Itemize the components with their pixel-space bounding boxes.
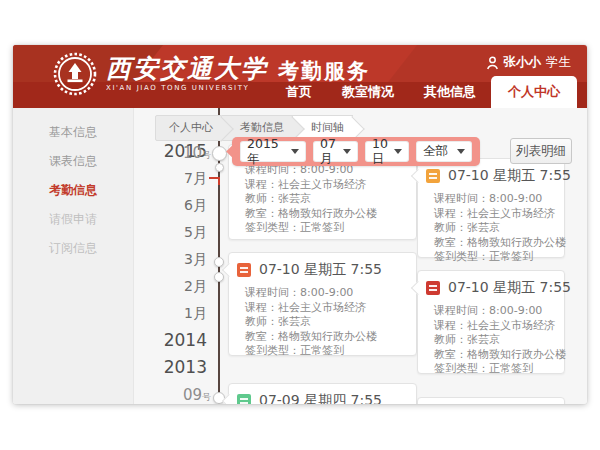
signin-status-stamp-icon	[237, 394, 251, 404]
nav-item-教室情况[interactable]: 教室情况	[327, 78, 409, 108]
timeline-period-7月[interactable]: 7月	[143, 165, 207, 192]
app-header: 西安交通大学 XI'AN JIAO TONG UNIVERSITY 考勤服务 张…	[13, 45, 587, 108]
card-header: 07-10 星期五 7:55	[229, 253, 416, 281]
field-value: 张芸京	[467, 221, 500, 234]
card-field: 课程时间8:00-9:00	[434, 192, 554, 207]
field-label: 课程	[245, 301, 278, 314]
day-select[interactable]: 10日	[365, 141, 409, 162]
university-name-cn: 西安交通大学	[106, 56, 268, 82]
timeline-node[interactable]	[212, 146, 227, 161]
sidebar: 基本信息课表信息考勤信息请假申请订阅信息	[13, 108, 134, 404]
attendance-card	[417, 397, 565, 404]
timeline-period-3月[interactable]: 3月	[143, 246, 207, 273]
card-date-title: 07-10 星期五 7:55	[259, 261, 382, 279]
card-field: 签到类型正常签到	[434, 250, 554, 265]
month-select[interactable]: 07月	[313, 141, 358, 162]
field-value: 8:00-9:00	[489, 192, 542, 205]
timeline-period-2月[interactable]: 2月	[143, 273, 207, 300]
attendance-card: 07-10 星期五 7:55课程时间8:00-9:00课程社会主义市场经济教师张…	[417, 158, 565, 258]
card-field: 课程时间8:00-9:00	[245, 286, 406, 301]
signin-status-stamp-icon	[426, 281, 440, 295]
sidebar-item-考勤信息[interactable]: 考勤信息	[13, 176, 133, 205]
signin-status-stamp-icon	[426, 169, 440, 183]
card-header: 07-10 星期五 7:55	[418, 271, 564, 299]
field-value: 格物致知行政办公楼	[467, 348, 566, 361]
date-filter-bar: 2015年 07月 10日 全部	[232, 137, 480, 166]
timeline-period-1月[interactable]: 1月	[143, 300, 207, 327]
field-value: 社会主义市场经济	[278, 301, 366, 314]
person-icon	[486, 56, 499, 70]
timeline-node[interactable]	[214, 257, 224, 267]
card-field: 教室格物致知行政办公楼	[434, 236, 554, 251]
timeline-period-6月[interactable]: 6月	[143, 192, 207, 219]
field-label: 签到类型	[245, 221, 300, 234]
field-label: 课程	[434, 319, 467, 332]
card-field: 教师张芸京	[245, 315, 406, 330]
sidebar-item-订阅信息[interactable]: 订阅信息	[13, 234, 133, 263]
field-label: 课程时间	[245, 286, 300, 299]
nav-item-个人中心[interactable]: 个人中心	[491, 76, 577, 108]
chevron-down-icon	[394, 149, 402, 154]
card-fields: 课程时间8:00-9:00课程社会主义市场经济教师张芸京教室格物致知行政办公楼签…	[418, 299, 564, 385]
field-label: 教师	[434, 333, 467, 346]
card-field: 教室格物致知行政办公楼	[245, 330, 406, 345]
chevron-down-icon	[291, 149, 299, 154]
attendance-card: 07-10 星期五 7:55课程时间8:00-9:00课程社会主义市场经济教师张…	[417, 270, 565, 374]
type-select[interactable]: 全部	[416, 141, 472, 162]
card-field: 教室格物致知行政办公楼	[245, 207, 406, 222]
card-header: 07-09 星期四 7:55	[229, 384, 416, 404]
nav-item-首页[interactable]: 首页	[271, 78, 327, 108]
timeline-period-2014[interactable]: 2014	[143, 327, 207, 354]
card-date-title: 07-10 星期五 7:55	[448, 279, 571, 297]
list-detail-button[interactable]: 列表明细	[510, 138, 572, 164]
field-value: 张芸京	[467, 333, 500, 346]
nav-item-其他信息[interactable]: 其他信息	[409, 78, 491, 108]
card-fields: 课程时间8:00-9:00课程社会主义市场经济教师张芸京教室格物致知行政办公楼签…	[418, 187, 564, 273]
card-field: 教室格物致知行政办公楼	[434, 348, 554, 363]
field-label: 教室	[245, 330, 278, 343]
field-value: 格物致知行政办公楼	[467, 236, 566, 249]
current-month-marker-icon	[209, 177, 220, 185]
year-select[interactable]: 2015年	[240, 141, 306, 162]
timeline-node[interactable]	[215, 163, 224, 172]
content-area: 基本信息课表信息考勤信息请假申请订阅信息 个人中心考勤信息时间轴 20157月6…	[13, 108, 587, 404]
field-value: 正常签到	[489, 250, 533, 263]
card-field: 教师张芸京	[434, 333, 554, 348]
field-value: 正常签到	[489, 362, 533, 375]
timeline-period-5月[interactable]: 5月	[143, 219, 207, 246]
app-window: 西安交通大学 XI'AN JIAO TONG UNIVERSITY 考勤服务 张…	[13, 45, 587, 404]
card-fields: 课程时间8:00-9:00课程社会主义市场经济教师张芸京教室格物致知行政办公楼签…	[229, 281, 416, 367]
card-field: 教师张芸京	[245, 192, 406, 207]
field-value: 社会主义市场经济	[278, 178, 366, 191]
card-date-title: 07-09 星期四 7:55	[259, 392, 382, 404]
field-label: 签到类型	[245, 344, 300, 357]
field-value: 正常签到	[300, 221, 344, 234]
field-label: 课程	[434, 207, 467, 220]
sidebar-item-基本信息[interactable]: 基本信息	[13, 118, 133, 147]
chevron-down-icon	[457, 149, 465, 154]
card-field: 签到类型正常签到	[245, 221, 406, 236]
sidebar-item-请假申请[interactable]: 请假申请	[13, 205, 133, 234]
field-value: 格物致知行政办公楼	[278, 330, 377, 343]
main-nav: 首页教室情况其他信息个人中心	[271, 76, 577, 108]
card-date-title: 07-10 星期五 7:55	[448, 167, 571, 185]
card-field: 课程社会主义市场经济	[245, 178, 406, 193]
field-label: 教师	[434, 221, 467, 234]
timeline-period-2013[interactable]: 2013	[143, 354, 207, 381]
field-value: 张芸京	[278, 192, 311, 205]
breadcrumb-item-个人中心[interactable]: 个人中心	[155, 115, 222, 141]
card-field: 课程时间8:00-9:00	[434, 304, 554, 319]
field-value: 8:00-9:00	[300, 286, 353, 299]
field-label: 课程时间	[434, 304, 489, 317]
timeline-period-list: 20157月6月5月3月2月1月20142013	[143, 138, 207, 381]
attendance-card: 07-09 星期四 7:55	[228, 383, 417, 404]
field-value: 8:00-9:00	[489, 304, 542, 317]
field-value: 社会主义市场经济	[467, 207, 555, 220]
card-field: 课程社会主义市场经济	[245, 301, 406, 316]
user-info[interactable]: 张小小 学生	[486, 54, 572, 71]
day-marker-10: 10号	[173, 144, 211, 162]
field-label: 教室	[434, 348, 467, 361]
sidebar-item-课表信息[interactable]: 课表信息	[13, 147, 133, 176]
field-label: 课程时间	[434, 192, 489, 205]
timeline-node[interactable]	[214, 272, 224, 282]
